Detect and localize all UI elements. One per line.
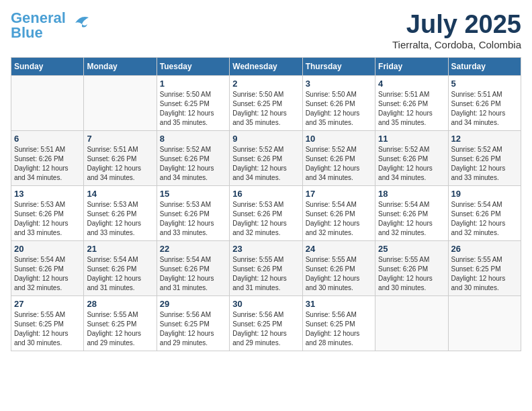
calendar-cell: [84, 75, 157, 130]
calendar-cell: 22Sunrise: 5:54 AM Sunset: 6:26 PM Dayli…: [157, 240, 229, 295]
day-number: 18: [378, 189, 445, 199]
weekday-header: Tuesday: [157, 57, 229, 75]
calendar-cell: 9Sunrise: 5:52 AM Sunset: 6:26 PM Daylig…: [230, 130, 302, 185]
day-info: Sunrise: 5:52 AM Sunset: 6:26 PM Dayligh…: [306, 145, 372, 183]
day-number: 29: [160, 299, 226, 309]
calendar-cell: 15Sunrise: 5:53 AM Sunset: 6:26 PM Dayli…: [157, 185, 229, 240]
day-info: Sunrise: 5:50 AM Sunset: 6:26 PM Dayligh…: [306, 90, 372, 128]
day-number: 6: [14, 134, 81, 144]
day-info: Sunrise: 5:54 AM Sunset: 6:26 PM Dayligh…: [87, 255, 153, 293]
calendar-cell: [448, 295, 521, 351]
calendar-cell: 17Sunrise: 5:54 AM Sunset: 6:26 PM Dayli…: [302, 185, 375, 240]
calendar-week-row: 27Sunrise: 5:55 AM Sunset: 6:25 PM Dayli…: [11, 295, 521, 351]
day-info: Sunrise: 5:51 AM Sunset: 6:26 PM Dayligh…: [14, 145, 81, 183]
weekday-header: Friday: [375, 57, 448, 75]
day-info: Sunrise: 5:51 AM Sunset: 6:26 PM Dayligh…: [378, 90, 445, 128]
day-info: Sunrise: 5:54 AM Sunset: 6:26 PM Dayligh…: [306, 200, 372, 238]
day-info: Sunrise: 5:53 AM Sunset: 6:26 PM Dayligh…: [160, 200, 226, 238]
day-info: Sunrise: 5:55 AM Sunset: 6:26 PM Dayligh…: [378, 255, 445, 293]
calendar-cell: 2Sunrise: 5:50 AM Sunset: 6:25 PM Daylig…: [230, 75, 302, 130]
day-info: Sunrise: 5:52 AM Sunset: 6:26 PM Dayligh…: [378, 145, 445, 183]
day-info: Sunrise: 5:56 AM Sunset: 6:25 PM Dayligh…: [306, 310, 372, 348]
location: Tierralta, Cordoba, Colombia: [392, 39, 521, 50]
day-number: 24: [306, 244, 372, 254]
day-number: 26: [451, 244, 518, 254]
calendar-cell: 18Sunrise: 5:54 AM Sunset: 6:26 PM Dayli…: [375, 185, 448, 240]
day-info: Sunrise: 5:53 AM Sunset: 6:26 PM Dayligh…: [14, 200, 81, 238]
day-info: Sunrise: 5:53 AM Sunset: 6:26 PM Dayligh…: [87, 200, 153, 238]
calendar-cell: 7Sunrise: 5:51 AM Sunset: 6:26 PM Daylig…: [84, 130, 157, 185]
day-number: 13: [14, 189, 81, 199]
day-number: 21: [87, 244, 153, 254]
day-info: Sunrise: 5:51 AM Sunset: 6:26 PM Dayligh…: [451, 90, 518, 128]
calendar-cell: 16Sunrise: 5:53 AM Sunset: 6:26 PM Dayli…: [230, 185, 302, 240]
calendar-week-row: 20Sunrise: 5:54 AM Sunset: 6:26 PM Dayli…: [11, 240, 521, 295]
day-info: Sunrise: 5:50 AM Sunset: 6:25 PM Dayligh…: [160, 90, 226, 128]
calendar-cell: 14Sunrise: 5:53 AM Sunset: 6:26 PM Dayli…: [84, 185, 157, 240]
day-number: 2: [232, 79, 299, 89]
day-number: 30: [232, 299, 299, 309]
day-info: Sunrise: 5:56 AM Sunset: 6:25 PM Dayligh…: [232, 310, 299, 348]
calendar-cell: 21Sunrise: 5:54 AM Sunset: 6:26 PM Dayli…: [84, 240, 157, 295]
day-info: Sunrise: 5:52 AM Sunset: 6:26 PM Dayligh…: [160, 145, 226, 183]
day-info: Sunrise: 5:55 AM Sunset: 6:25 PM Dayligh…: [451, 255, 518, 293]
day-info: Sunrise: 5:55 AM Sunset: 6:26 PM Dayligh…: [306, 255, 372, 293]
calendar-cell: 3Sunrise: 5:50 AM Sunset: 6:26 PM Daylig…: [302, 75, 375, 130]
day-number: 23: [232, 244, 299, 254]
calendar-cell: 28Sunrise: 5:55 AM Sunset: 6:25 PM Dayli…: [84, 295, 157, 351]
calendar-cell: 5Sunrise: 5:51 AM Sunset: 6:26 PM Daylig…: [448, 75, 521, 130]
day-info: Sunrise: 5:55 AM Sunset: 6:25 PM Dayligh…: [14, 310, 81, 348]
day-number: 19: [451, 189, 518, 199]
day-number: 8: [160, 134, 226, 144]
day-number: 1: [160, 79, 226, 89]
calendar-week-row: 1Sunrise: 5:50 AM Sunset: 6:25 PM Daylig…: [11, 75, 521, 130]
calendar-cell: [375, 295, 448, 351]
calendar-cell: 6Sunrise: 5:51 AM Sunset: 6:26 PM Daylig…: [11, 130, 84, 185]
weekday-header: Sunday: [11, 57, 84, 75]
day-number: 20: [14, 244, 81, 254]
day-info: Sunrise: 5:54 AM Sunset: 6:26 PM Dayligh…: [451, 200, 518, 238]
day-info: Sunrise: 5:53 AM Sunset: 6:26 PM Dayligh…: [232, 200, 299, 238]
calendar-cell: 25Sunrise: 5:55 AM Sunset: 6:26 PM Dayli…: [375, 240, 448, 295]
day-info: Sunrise: 5:56 AM Sunset: 6:25 PM Dayligh…: [160, 310, 226, 348]
title-block: July 2025 Tierralta, Cordoba, Colombia: [392, 11, 521, 50]
logo-bird-icon: [69, 12, 94, 34]
weekday-header-row: SundayMondayTuesdayWednesdayThursdayFrid…: [11, 57, 521, 75]
day-number: 7: [87, 134, 153, 144]
weekday-header: Thursday: [302, 57, 375, 75]
weekday-header: Wednesday: [230, 57, 302, 75]
calendar-cell: 20Sunrise: 5:54 AM Sunset: 6:26 PM Dayli…: [11, 240, 84, 295]
day-info: Sunrise: 5:54 AM Sunset: 6:26 PM Dayligh…: [14, 255, 81, 293]
day-info: Sunrise: 5:55 AM Sunset: 6:26 PM Dayligh…: [232, 255, 299, 293]
day-number: 9: [232, 134, 299, 144]
day-info: Sunrise: 5:54 AM Sunset: 6:26 PM Dayligh…: [160, 255, 226, 293]
day-info: Sunrise: 5:50 AM Sunset: 6:25 PM Dayligh…: [232, 90, 299, 128]
calendar-cell: 26Sunrise: 5:55 AM Sunset: 6:25 PM Dayli…: [448, 240, 521, 295]
calendar-cell: 8Sunrise: 5:52 AM Sunset: 6:26 PM Daylig…: [157, 130, 229, 185]
day-number: 12: [451, 134, 518, 144]
page-header: General Blue July 2025 Tierralta, Cordob…: [11, 11, 521, 50]
day-info: Sunrise: 5:51 AM Sunset: 6:26 PM Dayligh…: [87, 145, 153, 183]
day-number: 14: [87, 189, 153, 199]
calendar-cell: 24Sunrise: 5:55 AM Sunset: 6:26 PM Dayli…: [302, 240, 375, 295]
day-number: 25: [378, 244, 445, 254]
calendar-cell: 27Sunrise: 5:55 AM Sunset: 6:25 PM Dayli…: [11, 295, 84, 351]
day-number: 27: [14, 299, 81, 309]
logo-text: General Blue: [11, 11, 66, 40]
calendar-cell: 19Sunrise: 5:54 AM Sunset: 6:26 PM Dayli…: [448, 185, 521, 240]
calendar-week-row: 13Sunrise: 5:53 AM Sunset: 6:26 PM Dayli…: [11, 185, 521, 240]
logo: General Blue: [11, 11, 94, 40]
day-number: 3: [306, 79, 372, 89]
day-number: 22: [160, 244, 226, 254]
day-number: 15: [160, 189, 226, 199]
day-number: 10: [306, 134, 372, 144]
day-info: Sunrise: 5:52 AM Sunset: 6:26 PM Dayligh…: [451, 145, 518, 183]
calendar-cell: 13Sunrise: 5:53 AM Sunset: 6:26 PM Dayli…: [11, 185, 84, 240]
day-info: Sunrise: 5:55 AM Sunset: 6:25 PM Dayligh…: [87, 310, 153, 348]
month-title: July 2025: [392, 11, 521, 39]
day-number: 11: [378, 134, 445, 144]
day-number: 17: [306, 189, 372, 199]
day-number: 28: [87, 299, 153, 309]
day-number: 4: [378, 79, 445, 89]
calendar-cell: [11, 75, 84, 130]
